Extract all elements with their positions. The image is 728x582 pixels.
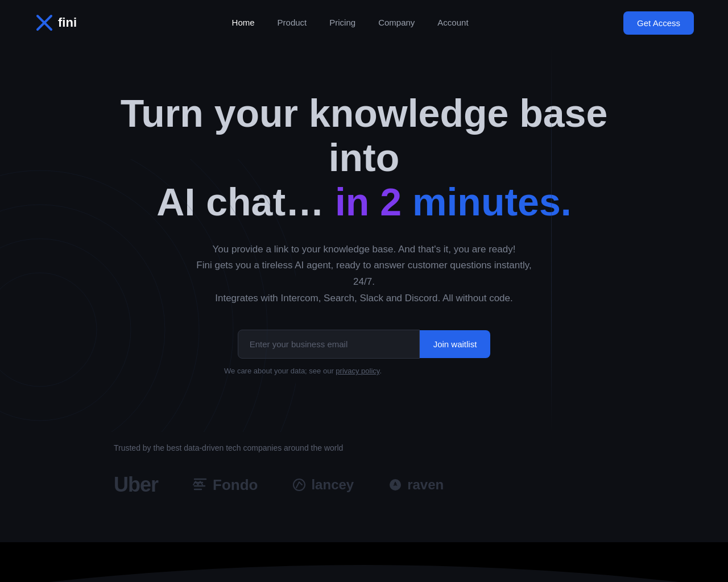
email-input[interactable] [238, 330, 420, 359]
lancey-icon [292, 477, 307, 492]
fondo-icon [192, 477, 208, 493]
privacy-note: We care about your data; see our privacy… [222, 367, 506, 375]
raven-icon [388, 477, 403, 492]
uber-logo: Uber [114, 473, 158, 497]
svg-point-0 [43, 21, 46, 24]
wave-divider [0, 542, 728, 582]
nav-item-product[interactable]: Product [278, 18, 307, 27]
email-form: Join waitlist [23, 330, 705, 359]
nav-item-account[interactable]: Account [437, 18, 468, 27]
logo-text: fini [58, 15, 77, 30]
navbar: fini Home Product Pricing Company Accoun… [0, 0, 728, 45]
logo[interactable]: fini [34, 13, 77, 33]
get-access-button[interactable]: Get Access [623, 11, 694, 35]
fondo-logo-text: Fondo [213, 476, 258, 494]
privacy-policy-link[interactable]: privacy policy [336, 367, 379, 375]
raven-logo-text: raven [407, 477, 444, 493]
nav-item-company[interactable]: Company [378, 18, 415, 27]
bottom-section: PRODUCT [0, 542, 728, 582]
logo-icon [34, 13, 55, 33]
nav-item-pricing[interactable]: Pricing [329, 18, 355, 27]
trusted-section: Trusted by the best data-driven tech com… [0, 432, 728, 542]
lancey-logo-text: lancey [311, 477, 354, 493]
raven-logo: raven [388, 477, 444, 493]
hero-subtitle: You provide a link to your knowledge bas… [188, 242, 540, 307]
trusted-label: Trusted by the best data-driven tech com… [114, 443, 614, 452]
nav-item-home[interactable]: Home [232, 18, 255, 27]
hero-section: Turn your knowledge base into AI chat… i… [0, 45, 728, 432]
uber-logo-text: Uber [114, 473, 158, 497]
company-logos: Uber Fondo lancey ra [114, 473, 614, 497]
svg-point-8 [293, 479, 305, 490]
svg-point-3 [0, 205, 165, 432]
join-waitlist-button[interactable]: Join waitlist [420, 330, 491, 358]
fondo-logo: Fondo [192, 476, 258, 494]
hero-headline: Turn your knowledge base into AI chat… i… [108, 91, 620, 225]
lancey-logo: lancey [292, 477, 354, 493]
nav-links: Home Product Pricing Company Account [232, 18, 469, 28]
